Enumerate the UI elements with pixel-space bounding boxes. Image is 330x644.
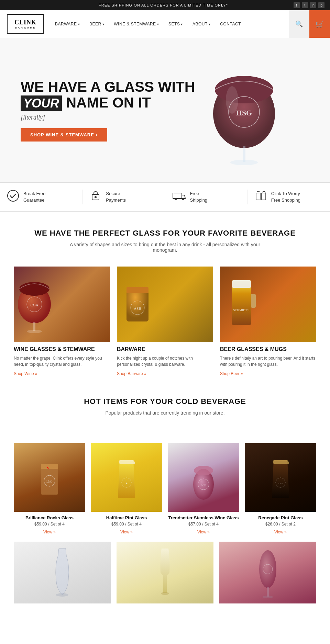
beer-category-label: BEER GLASSES & MUGS <box>220 346 316 352</box>
category-grid: CGA WINE GLASSES & STEMWARE No matter th… <box>0 260 330 380</box>
hot-section-header: HOT ITEMS FOR YOUR COLD BEVERAGE Popular… <box>0 380 330 422</box>
svg-point-6 <box>230 160 258 165</box>
wine-bottom-svg <box>257 545 278 600</box>
category-wine-image: CGA <box>14 267 110 342</box>
svg-rect-13 <box>256 193 260 200</box>
svg-point-12 <box>182 198 184 200</box>
instagram-icon[interactable]: in <box>310 2 316 8</box>
svg-point-11 <box>175 198 177 200</box>
logo-sub: BARWARE <box>14 26 36 29</box>
pinterest-icon[interactable]: p <box>318 2 324 8</box>
shopping-icon <box>255 190 267 204</box>
barware-shop-link[interactable]: Shop Barware » <box>117 371 146 376</box>
feature-shopping-text: Clink To WorryFree Shopping <box>271 191 300 203</box>
features-bar: Break FreeGuarantee SecurePayments FreeS… <box>0 182 330 212</box>
logo-text: CLINK <box>14 19 36 26</box>
nav-sets[interactable]: SETS <box>164 19 187 29</box>
product-rocks-glass: LMG Brilliance Rocks Glass $59.00 / Set … <box>14 443 85 535</box>
category-barware: ASB BARWARE Kick the night up a couple o… <box>117 267 213 376</box>
svg-rect-14 <box>262 193 266 200</box>
svg-point-42 <box>56 593 68 597</box>
category-section-subtitle: A variety of shapes and sizes to bring o… <box>62 242 268 253</box>
product-pint-dark-link[interactable]: View » <box>274 530 287 534</box>
hero-line1: WE HAVE A GLASS WITH <box>21 79 195 95</box>
hero-content: WE HAVE A GLASS WITH YOUR NAME ON IT [li… <box>21 79 309 142</box>
cart-icon: 🛒 <box>316 20 324 28</box>
bottom-wine-image <box>219 542 316 603</box>
svg-text:CBN: CBN <box>278 482 283 485</box>
product-pint-dark-name: Renegade Pint Glass <box>245 515 316 520</box>
svg-text:ASB: ASB <box>134 306 141 310</box>
nav-wine[interactable]: WINE & STEMWARE <box>110 19 163 29</box>
svg-rect-10 <box>173 193 182 199</box>
feature-shopping: Clink To WorryFree Shopping <box>248 190 330 204</box>
product-pint-light-price: $59.00 / Set of 4 <box>91 522 162 527</box>
svg-text:SCHMIDT'S: SCHMIDT'S <box>233 308 249 312</box>
feature-guarantee-text: Break FreeGuarantee <box>23 191 45 203</box>
nav-beer[interactable]: BEER <box>85 19 108 29</box>
twitter-icon[interactable]: t <box>302 2 308 8</box>
banner-text: FREE SHIPPING ON ALL ORDERS FOR A LIMITE… <box>33 3 294 7</box>
svg-point-20 <box>27 330 42 333</box>
hero-title: WE HAVE A GLASS WITH YOUR NAME ON IT <box>21 79 309 111</box>
svg-point-44 <box>259 550 276 588</box>
product-pint-light: ★ Halftime Pint Glass $59.00 / Set of 4 … <box>91 443 162 535</box>
header: CLINK BARWARE BARWARE BEER WINE & STEMWA… <box>0 10 330 38</box>
category-wine: CGA WINE GLASSES & STEMWARE No matter th… <box>14 267 110 376</box>
nav-barware[interactable]: BARWARE <box>51 19 84 29</box>
beer-category-desc: There's definitely an art to pouring bee… <box>220 355 316 368</box>
header-actions: 🔍 🛒 <box>289 10 330 38</box>
svg-text:CGA: CGA <box>30 303 38 307</box>
nav-about[interactable]: ABOUT <box>188 19 214 29</box>
barware-category-label: BARWARE <box>117 346 213 352</box>
hero-cta-button[interactable]: SHOP WINE & STEMWARE › <box>21 128 107 142</box>
product-pint-light-link[interactable]: View » <box>120 530 133 534</box>
beer-shop-link[interactable]: Shop Beer » <box>220 371 243 376</box>
pint-dark-svg: CBN <box>270 450 291 505</box>
products-section: LMG Brilliance Rocks Glass $59.00 / Set … <box>0 422 330 542</box>
hot-section-title: HOT ITEMS FOR YOUR COLD BEVERAGE <box>14 397 316 406</box>
wine-shop-link[interactable]: Shop Wine » <box>14 371 37 376</box>
hero-section: WE HAVE A GLASS WITH YOUR NAME ON IT [li… <box>0 38 330 182</box>
svg-rect-45 <box>267 587 269 597</box>
product-stemless: ASB Trendsetter Stemless Wine Glass $57.… <box>168 443 239 535</box>
logo[interactable]: CLINK BARWARE <box>7 14 44 34</box>
product-rocks-price: $59.00 / Set of 4 <box>14 522 85 527</box>
product-stemless-name: Trendsetter Stemless Wine Glass <box>168 515 239 520</box>
svg-rect-26 <box>232 280 251 288</box>
product-pint-dark-price: $26.00 / Set of 2 <box>245 522 316 527</box>
svg-rect-30 <box>41 464 58 469</box>
feature-shipping: FreeShipping <box>165 190 248 204</box>
svg-point-43 <box>161 592 169 595</box>
svg-text:★: ★ <box>125 482 128 485</box>
product-pint-light-name: Halftime Pint Glass <box>91 515 162 520</box>
product-pint-light-image: ★ <box>91 443 162 512</box>
svg-rect-5 <box>243 146 245 162</box>
search-button[interactable]: 🔍 <box>289 10 309 38</box>
barware-category-desc: Kick the night up a couple of notches wi… <box>117 355 213 368</box>
pint-light-svg: ★ <box>116 450 137 505</box>
product-rocks-link[interactable]: View » <box>43 530 56 534</box>
svg-point-37 <box>194 466 213 475</box>
stemless-svg: ASB <box>191 450 216 505</box>
svg-point-7 <box>8 190 19 201</box>
svg-rect-19 <box>33 322 35 331</box>
category-barware-image: ASB <box>117 267 213 342</box>
champagne-svg <box>156 545 174 600</box>
svg-rect-27 <box>251 294 256 308</box>
barware-category-svg: ASB <box>117 267 158 335</box>
bottom-carafe-image <box>14 542 111 603</box>
category-section-header: WE HAVE THE PERFECT GLASS FOR YOUR FAVOR… <box>0 212 330 260</box>
category-beer: SCHMIDT'S BEER GLASSES & MUGS There's de… <box>220 267 316 376</box>
cart-button[interactable]: 🛒 <box>309 10 330 38</box>
product-stemless-link[interactable]: View » <box>197 530 210 534</box>
nav-contact[interactable]: CONTACT <box>216 19 245 29</box>
payments-icon <box>89 190 102 204</box>
facebook-icon[interactable]: f <box>294 2 300 8</box>
hero-your: YOUR <box>21 95 62 111</box>
shipping-icon <box>172 190 186 204</box>
social-icons: f t in p <box>294 2 324 8</box>
products-grid: LMG Brilliance Rocks Glass $59.00 / Set … <box>14 443 316 535</box>
rocks-glass-svg: LMG <box>37 450 62 505</box>
top-banner: FREE SHIPPING ON ALL ORDERS FOR A LIMITE… <box>0 0 330 10</box>
